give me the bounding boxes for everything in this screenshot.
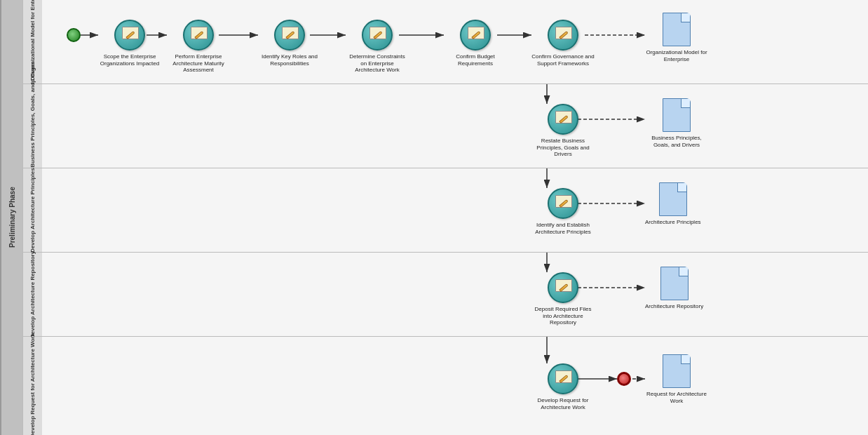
task-identify-arch-principles-icon	[548, 188, 578, 219]
doc-arch-repository-shape	[660, 267, 689, 300]
preliminary-phase-label: Preliminary Phase	[0, 0, 22, 435]
task-restate-business-icon	[548, 104, 578, 135]
doc-request-arch-work-shape	[663, 354, 691, 388]
task-restate-business[interactable]: Restate Business Principles, Goals and D…	[531, 104, 595, 158]
doc-arch-principles-shape	[659, 182, 687, 216]
task-deposit-files[interactable]: Deposit Required Files into Architecture…	[531, 272, 595, 326]
task-determine-constraints[interactable]: Determine Constraints on Enterprise Arch…	[346, 20, 409, 74]
lane-org-model-content: Scope the Enterprise Organizations Impac…	[42, 0, 868, 84]
task-identify-roles[interactable]: Identify Key Roles and Responsibilities	[258, 20, 321, 67]
task-confirm-budget-icon	[460, 20, 491, 51]
task-develop-request-icon	[548, 363, 578, 394]
lane-arch-principles-content: Identify and Establish Architecture Prin…	[42, 168, 868, 253]
lane-business-principles: Develop Business Principles, Goals, and …	[22, 84, 868, 168]
lane5-arrows	[42, 337, 868, 435]
lane-arch-principles-label: Develop Architecture Principles	[22, 168, 42, 252]
lane3-arrows	[42, 168, 868, 253]
doc-org-model-shape	[663, 13, 691, 46]
task-scope-enterprise[interactable]: Scope the Enterprise Organizations Impac…	[98, 20, 161, 67]
doc-arch-principles-label: Architecture Principles	[645, 219, 701, 226]
lanes-column: Develop Organizational Model for Enterpr…	[22, 0, 868, 435]
doc-request-arch-work: Request for Architecture Work	[645, 354, 708, 404]
lane-business-principles-label: Develop Business Principles, Goals, and …	[22, 84, 42, 168]
doc-business-principles: Business Principles, Goals, and Drivers	[645, 98, 708, 148]
task-develop-request[interactable]: Develop Request for Architecture Work	[531, 363, 595, 410]
lane-arch-repository-label: Develop Architecture Repository	[22, 253, 42, 336]
task-determine-constraints-label: Determine Constraints on Enterprise Arch…	[346, 53, 409, 74]
doc-business-principles-label: Business Principles, Goals, and Drivers	[645, 135, 708, 148]
task-identify-arch-principles[interactable]: Identify and Establish Architecture Prin…	[531, 188, 595, 235]
task-perform-maturity-icon	[183, 20, 214, 51]
task-identify-roles-icon	[274, 20, 305, 51]
lane2-arrows	[42, 84, 868, 168]
end-event	[617, 372, 631, 386]
lane-request-arch-work-label: Develop Request for Architecture Work	[22, 337, 42, 435]
task-confirm-governance[interactable]: Confirm Governance and Support Framework…	[531, 20, 595, 67]
task-restate-business-label: Restate Business Principles, Goals and D…	[531, 138, 595, 158]
lane-business-principles-content: Restate Business Principles, Goals and D…	[42, 84, 868, 168]
task-perform-maturity-label: Perform Enterprise Architecture Maturity…	[167, 53, 230, 74]
task-deposit-files-label: Deposit Required Files into Architecture…	[531, 306, 595, 326]
lane-arch-principles: Develop Architecture Principles Identify…	[22, 168, 868, 253]
task-scope-enterprise-label: Scope the Enterprise Organizations Impac…	[98, 53, 161, 67]
lane4-arrows	[42, 253, 868, 337]
main-container: Preliminary Phase Develop Organizational…	[0, 0, 868, 435]
task-scope-enterprise-icon	[114, 20, 145, 51]
lane-request-arch-work-content: Develop Request for Architecture Work Re…	[42, 337, 868, 435]
doc-request-arch-work-label: Request for Architecture Work	[645, 391, 708, 404]
doc-org-model: Organizational Model for Enterprise	[645, 13, 708, 62]
task-deposit-files-icon	[548, 272, 578, 303]
doc-arch-principles: Architecture Principles	[645, 182, 701, 226]
task-confirm-budget-label: Confirm Budget Requirements	[444, 53, 507, 67]
lane-arch-repository-content: Deposit Required Files into Architecture…	[42, 253, 868, 337]
lane-arch-repository: Develop Architecture Repository Deposit …	[22, 253, 868, 337]
doc-arch-repository-label: Architecture Repository	[645, 303, 703, 310]
task-determine-constraints-icon	[362, 20, 393, 51]
task-confirm-governance-label: Confirm Governance and Support Framework…	[531, 53, 595, 67]
task-develop-request-label: Develop Request for Architecture Work	[531, 397, 595, 410]
task-confirm-governance-icon	[548, 20, 578, 51]
doc-arch-repository: Architecture Repository	[645, 267, 703, 310]
task-confirm-budget[interactable]: Confirm Budget Requirements	[444, 20, 507, 67]
lane-org-model: Develop Organizational Model for Enterpr…	[22, 0, 868, 84]
task-perform-maturity[interactable]: Perform Enterprise Architecture Maturity…	[167, 20, 230, 74]
start-event	[67, 28, 81, 42]
task-identify-arch-principles-label: Identify and Establish Architecture Prin…	[531, 222, 595, 235]
doc-business-principles-shape	[663, 98, 691, 132]
task-identify-roles-label: Identify Key Roles and Responsibilities	[258, 53, 321, 67]
lane-request-arch-work: Develop Request for Architecture Work De…	[22, 337, 868, 435]
doc-org-model-label: Organizational Model for Enterprise	[645, 49, 708, 62]
